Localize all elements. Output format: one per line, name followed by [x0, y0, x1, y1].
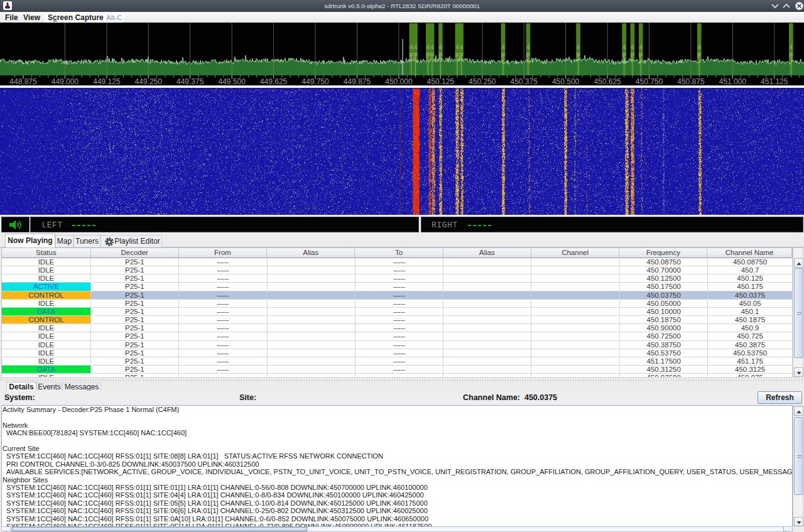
- svg-text:4: 4: [631, 44, 634, 51]
- svg-text:449.500: 449.500: [219, 77, 246, 86]
- svg-text:450.250: 450.250: [469, 77, 496, 86]
- svg-text:448.875: 448.875: [9, 77, 37, 86]
- svg-text:449.750: 449.750: [302, 77, 329, 86]
- svg-text:P: P: [438, 52, 443, 59]
- svg-text:4: 4: [426, 44, 430, 51]
- svg-text:4: 4: [697, 44, 701, 51]
- svg-text:4: 4: [501, 44, 505, 51]
- svg-text:450.000: 450.000: [385, 77, 413, 86]
- svg-text:P: P: [413, 52, 418, 59]
- svg-text:451.000: 451.000: [719, 77, 747, 86]
- svg-text:P: P: [576, 52, 580, 59]
- svg-text:4: 4: [790, 44, 793, 51]
- svg-text:449.625: 449.625: [260, 77, 288, 86]
- svg-text:P: P: [789, 52, 793, 59]
- svg-text:450.625: 450.625: [594, 77, 621, 86]
- svg-text:449.250: 449.250: [135, 77, 163, 86]
- svg-text:450.125: 450.125: [427, 77, 455, 86]
- svg-text:P: P: [430, 52, 435, 59]
- svg-text:4: 4: [639, 44, 643, 51]
- svg-text:449.000: 449.000: [52, 77, 79, 86]
- svg-text:450.500: 450.500: [552, 77, 580, 86]
- svg-text:450.875: 450.875: [677, 77, 705, 86]
- svg-text:4: 4: [622, 44, 626, 51]
- svg-text:P: P: [631, 52, 635, 59]
- svg-text:449.125: 449.125: [93, 77, 121, 86]
- svg-text:4: 4: [410, 44, 413, 51]
- svg-text:P: P: [697, 52, 702, 59]
- svg-text:4: 4: [460, 44, 464, 51]
- svg-text:4: 4: [455, 44, 459, 51]
- svg-text:4: 4: [439, 44, 443, 51]
- svg-text:P: P: [622, 52, 626, 59]
- svg-text:449.875: 449.875: [344, 77, 371, 86]
- svg-text:P: P: [459, 52, 464, 59]
- svg-text:P: P: [501, 52, 506, 59]
- svg-text:4: 4: [526, 44, 530, 51]
- svg-text:4: 4: [577, 44, 580, 51]
- svg-text:450.750: 450.750: [636, 77, 663, 86]
- svg-text:P: P: [639, 52, 643, 59]
- svg-text:P: P: [526, 52, 530, 59]
- svg-text:450.375: 450.375: [511, 77, 538, 86]
- svg-text:451.125: 451.125: [761, 77, 788, 86]
- svg-text:4: 4: [430, 44, 434, 51]
- svg-text:4: 4: [414, 44, 418, 51]
- svg-text:449.375: 449.375: [177, 77, 204, 86]
